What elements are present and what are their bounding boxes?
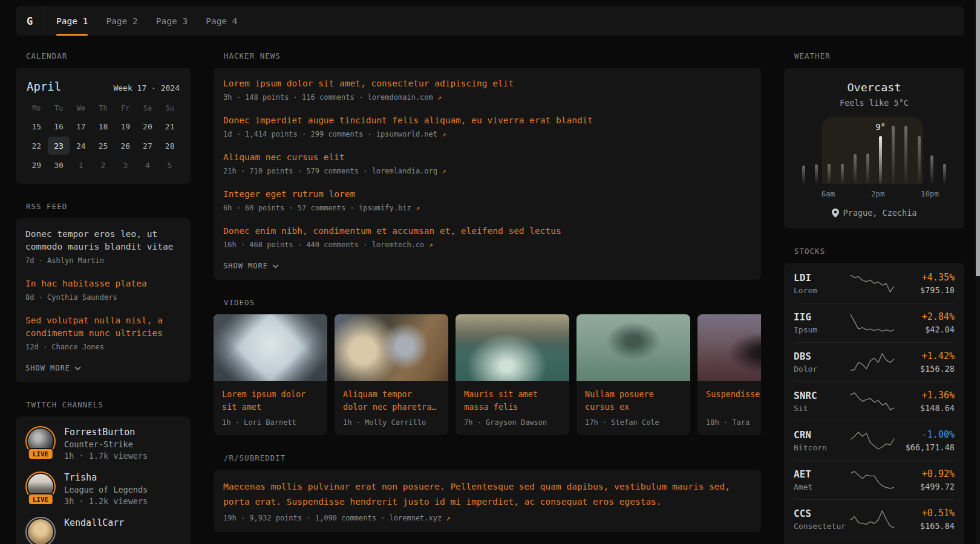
stock-row[interactable]: DBSDolor +1.42%$156.28: [794, 343, 955, 382]
twitch-channel-row[interactable]: LIVE ForrestBurton Counter-Strike 1h · 1…: [25, 426, 181, 461]
hn-show-more-button[interactable]: SHOW MORE: [223, 262, 751, 270]
video-title[interactable]: Suspendisse diam: [706, 388, 761, 413]
calendar-day: 18: [92, 117, 114, 135]
video-card[interactable]: Aliquam tempor dolor nec pharetra… 1h · …: [335, 314, 448, 435]
weather-hourly-chart: 9°: [797, 126, 951, 184]
calendar-weekday: Su: [158, 99, 181, 117]
stock-name: Sit: [794, 404, 849, 413]
stock-symbol: DBS: [794, 351, 849, 362]
stock-price: $165.84: [896, 521, 955, 531]
weather-bar: [892, 126, 895, 184]
video-thumbnail[interactable]: [697, 314, 761, 381]
rss-item-title[interactable]: In hac habitasse platea: [25, 277, 181, 290]
stock-sparkline: [849, 391, 896, 412]
video-title[interactable]: Aliquam tempor dolor nec pharetra…: [343, 388, 440, 413]
hacker-news-widget: HACKER NEWS Lorem ipsum dolor sit amet, …: [214, 51, 761, 280]
chevron-down-icon: [272, 264, 279, 268]
stock-row[interactable]: CCSConsectetur +0.51%$165.84: [794, 500, 955, 539]
external-link-icon[interactable]: ↗: [442, 167, 446, 175]
time-axis-label: [797, 189, 809, 198]
live-badge: LIVE: [28, 448, 54, 460]
middle-column: HACKER NEWS Lorem ipsum dolor sit amet, …: [214, 51, 761, 544]
video-card[interactable]: Mauris sit amet massa felis 7h · Grayson…: [456, 314, 569, 435]
hn-item-title[interactable]: Aliquam nec cursus elit: [223, 151, 751, 164]
rss-item-title[interactable]: Donec tempor eros leo, ut commodo mauris…: [25, 228, 181, 253]
weather-bar-slot: [900, 126, 912, 184]
videos-widget-title: VIDEOS: [214, 298, 761, 307]
stock-symbol: SNRC: [794, 390, 849, 401]
page-scrollbar[interactable]: [976, 0, 980, 544]
stocks-widget-title: STOCKS: [784, 247, 964, 256]
tab-page-4[interactable]: Page 4: [206, 6, 237, 36]
twitch-channel-row[interactable]: KendallCarr: [25, 517, 181, 544]
rss-item-title[interactable]: Sed volutpat nulla nisl, a condimentum n…: [25, 314, 181, 340]
location-pin-icon: [832, 209, 839, 218]
time-axis-label: [909, 189, 921, 198]
calendar-day: 3: [114, 156, 137, 174]
reddit-post: Maecenas mollis pulvinar erat non posuer…: [223, 479, 751, 522]
time-axis-label: [897, 189, 909, 198]
weather-bar-slot: [913, 126, 926, 184]
tab-page-1[interactable]: Page 1: [56, 6, 88, 36]
video-title[interactable]: Mauris sit amet massa felis: [464, 388, 561, 413]
current-temp-label: 9°: [875, 122, 886, 132]
calendar-card: April Week 17 · 2024 MoTuWeThFrSaSu 1516…: [16, 68, 191, 184]
channel-category[interactable]: Counter-Strike: [64, 439, 148, 449]
external-link-icon[interactable]: ↗: [437, 93, 442, 102]
scrollbar-thumb[interactable]: [976, 0, 980, 276]
video-thumbnail[interactable]: [577, 314, 690, 381]
video-thumbnail[interactable]: [214, 314, 327, 381]
external-link-icon[interactable]: ↗: [416, 204, 420, 212]
weather-bar-slot: [926, 126, 938, 184]
hn-item-title[interactable]: Lorem ipsum dolor sit amet, consectetur …: [223, 77, 751, 90]
stock-change-percent: -1.00%: [896, 429, 955, 440]
external-link-icon[interactable]: ↗: [442, 130, 446, 138]
hn-meta-text: 16h · 468 points · 440 comments · loremt…: [223, 241, 424, 249]
stock-sparkline: [849, 312, 896, 333]
stock-id: CRNBitcorn: [794, 429, 849, 452]
stock-row[interactable]: SNRCSit +1.36%$148.64: [794, 382, 955, 421]
stock-id: SNRCSit: [794, 390, 849, 413]
stock-row[interactable]: AETAmet +0.92%$499.72: [794, 461, 955, 500]
reddit-post-title[interactable]: Maecenas mollis pulvinar erat non posuer…: [223, 479, 751, 510]
channel-name[interactable]: KendallCarr: [64, 517, 124, 528]
stock-id: AETAmet: [794, 468, 849, 491]
external-link-icon[interactable]: ↗: [429, 241, 433, 249]
hn-item-title[interactable]: Donec enim nibh, condimentum et accumsan…: [223, 225, 751, 238]
stock-price: $66,171.48: [896, 442, 955, 452]
stock-row[interactable]: LDILorem +4.35%$795.18: [794, 264, 955, 303]
video-card[interactable]: Nullam posuere cursus ex 17h · Stefan Co…: [577, 314, 690, 435]
video-thumbnail[interactable]: [335, 314, 448, 381]
rss-show-more-button[interactable]: SHOW MORE: [25, 364, 181, 372]
video-card[interactable]: Lorem ipsum dolor sit amet consectetu… 1…: [214, 314, 327, 435]
hn-item-title[interactable]: Donec imperdiet augue tincidunt felis al…: [223, 114, 751, 127]
hn-item-meta: 1d · 1,414 points · 299 comments · ipsum…: [223, 130, 751, 138]
weather-bar: [918, 136, 921, 184]
tab-page-2[interactable]: Page 2: [106, 6, 137, 36]
video-title[interactable]: Nullam posuere cursus ex: [585, 388, 682, 413]
weather-bar: [943, 164, 946, 184]
tab-page-3[interactable]: Page 3: [156, 6, 188, 36]
stock-row[interactable]: AHS +0.46%: [794, 539, 955, 544]
app-logo[interactable]: G: [16, 6, 44, 36]
stock-sparkline: [849, 352, 896, 372]
calendar-weekday: Fr: [114, 99, 137, 117]
stock-values: +4.35%$795.18: [896, 272, 955, 295]
hn-item-title[interactable]: Integer eget rutrum lorem: [223, 188, 751, 201]
channel-name[interactable]: ForrestBurton: [64, 427, 148, 438]
stock-row[interactable]: IIGIpsum +2.84%$42.04: [794, 303, 955, 343]
video-card[interactable]: Suspendisse diam 18h · Tara: [697, 314, 761, 435]
video-title[interactable]: Lorem ipsum dolor sit amet consectetu…: [222, 388, 319, 413]
chevron-down-icon: [74, 366, 81, 371]
calendar-day: 22: [25, 137, 48, 155]
hn-item: Lorem ipsum dolor sit amet, consectetur …: [223, 77, 751, 102]
rss-widget-title: RSS FEED: [16, 202, 191, 211]
video-thumbnail[interactable]: [456, 314, 569, 381]
stock-id: LDILorem: [794, 272, 849, 295]
channel-name[interactable]: Trisha: [64, 472, 148, 483]
external-link-icon[interactable]: ↗: [446, 514, 450, 522]
channel-category[interactable]: League of Legends: [64, 485, 148, 494]
stock-row[interactable]: CRNBitcorn -1.00%$66,171.48: [794, 421, 955, 461]
twitch-channel-row[interactable]: LIVE Trisha League of Legends 3h · 1.2k …: [25, 471, 181, 506]
subreddit-widget: /R/SUBREDDIT Maecenas mollis pulvinar er…: [214, 453, 761, 532]
